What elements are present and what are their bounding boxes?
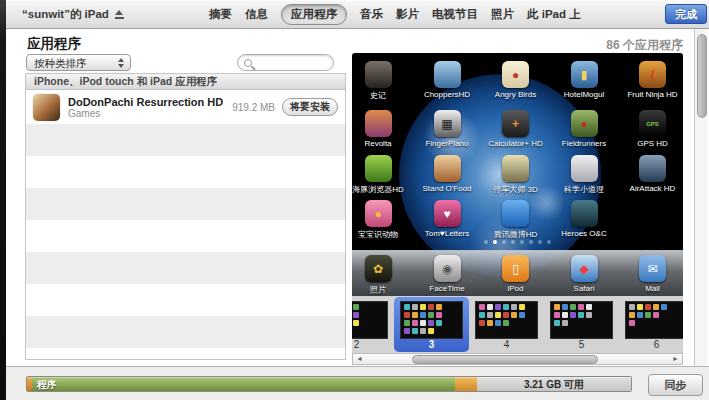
tab-摘要[interactable]: 摘要 xyxy=(209,7,232,22)
airattack-hd-icon xyxy=(639,155,666,182)
thumb-app-dot xyxy=(412,304,418,310)
app-name: DoDonPachi Resurrection HD xyxy=(68,96,223,108)
search-field[interactable] xyxy=(237,54,334,71)
app-revolta[interactable]: Revolta xyxy=(352,110,408,148)
thumb-app-dot xyxy=(404,320,410,326)
app-heroes-oc[interactable]: Heroes O&C xyxy=(554,200,614,238)
app-dolphin-browser-hd[interactable]: 海豚浏览器HD xyxy=(352,155,408,195)
app-fruit-ninja-hd[interactable]: /Fruit Ninja HD xyxy=(623,61,683,99)
app-label: FingerPiano xyxy=(417,139,477,148)
app-label: 停车大师 3D xyxy=(486,184,546,195)
app-label: Heroes O&C xyxy=(554,229,614,238)
thumb-app-dot xyxy=(562,312,568,318)
app-stand-o-food[interactable]: Stand O'Food xyxy=(417,155,477,193)
apps-count-label: 86 个应用程序 xyxy=(606,37,683,54)
app-fingerpiano[interactable]: ▦FingerPiano xyxy=(417,110,477,148)
page-dot xyxy=(529,240,533,244)
page-tile-4[interactable]: 4 xyxy=(469,297,544,352)
thumb-app-dot xyxy=(554,320,560,326)
thumb-app-dot xyxy=(487,304,493,310)
app-gps-hd[interactable]: GPSGPS HD xyxy=(623,110,683,148)
search-input[interactable] xyxy=(256,56,332,71)
tab-电视节目[interactable]: 电视节目 xyxy=(432,7,478,22)
app-angry-birds[interactable]: ●Angry Birds xyxy=(486,61,546,99)
thumb-app-dot xyxy=(570,304,576,310)
scroll-right-icon[interactable]: ► xyxy=(672,354,679,364)
app-tencent-weibo-hd[interactable]: 腾讯微博HD xyxy=(486,200,546,240)
app-label: AirAttack HD xyxy=(623,184,683,193)
app-meta: DoDonPachi Resurrection HD Games xyxy=(68,96,223,119)
app-ipod[interactable]: ▯iPod xyxy=(486,255,546,293)
ipad-screen-preview: 史记ChoppersHD●Angry Birds▮HotelMogul/Frui… xyxy=(352,53,683,296)
app-mail[interactable]: ✉Mail xyxy=(623,255,683,293)
tab-应用程序[interactable]: 应用程序 xyxy=(281,4,347,25)
app-baby-animals[interactable]: ●宝宝识动物 xyxy=(352,200,408,240)
app-list-row[interactable]: DoDonPachi Resurrection HD Games 919.2 M… xyxy=(26,90,345,124)
eject-icon[interactable] xyxy=(115,10,124,20)
page-number: 3 xyxy=(394,339,469,350)
thumb-app-dot xyxy=(428,304,434,310)
thumb-row xyxy=(479,320,537,328)
app-facetime[interactable]: ◉FaceTime xyxy=(417,255,477,293)
pages-horizontal-scrollbar[interactable]: ◄ ► xyxy=(352,353,683,365)
page-tile-6[interactable]: 6 xyxy=(619,297,683,352)
tab-信息[interactable]: 信息 xyxy=(245,7,268,22)
thumb-app-dot xyxy=(586,312,592,318)
page-tile-2[interactable]: 2 xyxy=(352,297,394,352)
thumb-row xyxy=(404,304,462,312)
list-empty-row xyxy=(26,124,345,156)
page-dot xyxy=(511,240,515,244)
page-dot xyxy=(538,240,542,244)
page-thumbnail xyxy=(475,301,538,339)
capacity-segment-free: 3.21 GB 可用 xyxy=(477,377,631,391)
app-label: Revolta xyxy=(352,139,408,148)
list-empty-row xyxy=(26,284,345,316)
sort-dropdown[interactable]: 按种类排序 xyxy=(26,54,131,71)
page-thumbnail xyxy=(625,301,683,339)
list-empty-row xyxy=(26,316,345,348)
thumb-app-dot xyxy=(420,320,426,326)
thumb-app-dot xyxy=(661,304,667,310)
app-choppers-hd[interactable]: ChoppersHD xyxy=(417,61,477,99)
titlebar: “sunwit”的 iPad 摘要信息应用程序音乐影片电视节目照片此 iPad … xyxy=(6,0,709,29)
pages-strip: 23456 xyxy=(352,296,683,353)
thumb-app-dot xyxy=(412,328,418,334)
sort-dropdown-value: 按种类排序 xyxy=(34,57,87,69)
page-tile-5[interactable]: 5 xyxy=(544,297,619,352)
app-tom-letters[interactable]: ♥Tom♥Letters xyxy=(417,200,477,238)
app-hotel-mogul[interactable]: ▮HotelMogul xyxy=(554,61,614,99)
thumb-app-dot xyxy=(562,320,568,326)
tab-影片[interactable]: 影片 xyxy=(396,7,419,22)
safari-icon: ◆ xyxy=(571,255,598,282)
tab-照片[interactable]: 照片 xyxy=(491,7,514,22)
page-dot xyxy=(520,240,524,244)
thumb-app-dot xyxy=(645,304,651,310)
install-state-button[interactable]: 将要安装 xyxy=(282,98,338,116)
app-label: 宝宝识动物 xyxy=(352,229,408,240)
app-calculator-hd[interactable]: +Calculator+ HD xyxy=(486,110,546,148)
app-safari[interactable]: ◆Safari xyxy=(554,255,614,293)
app-airattack-hd[interactable]: AirAttack HD xyxy=(623,155,683,193)
thumb-app-dot xyxy=(428,328,434,334)
page-title: 应用程序 xyxy=(27,35,81,53)
app-science-tips[interactable]: 科学小道理 xyxy=(554,155,614,195)
done-button[interactable]: 完成 xyxy=(665,4,707,24)
app-label: Calculator+ HD xyxy=(486,139,546,148)
stand-o-food-icon xyxy=(434,155,461,182)
vertical-scrollbar[interactable] xyxy=(694,29,707,366)
horizontal-scrollbar-thumb[interactable] xyxy=(412,355,598,364)
thumb-row xyxy=(629,312,683,320)
app-photos[interactable]: ✿照片 xyxy=(352,255,408,295)
sync-button[interactable]: 同步 xyxy=(648,374,703,396)
tab-音乐[interactable]: 音乐 xyxy=(360,7,383,22)
page-tile-3[interactable]: 3 xyxy=(394,297,469,352)
photos-icon: ✿ xyxy=(365,255,392,282)
vertical-scrollbar-thumb[interactable] xyxy=(697,34,707,118)
app-parking-master-3d[interactable]: 停车大师 3D xyxy=(486,155,546,195)
thumb-row xyxy=(404,320,462,328)
tab-此 iPad 上[interactable]: 此 iPad 上 xyxy=(527,7,581,22)
app-fieldrunners[interactable]: ●Fieldrunners xyxy=(554,110,614,148)
scroll-left-icon[interactable]: ◄ xyxy=(356,354,363,364)
app-shiji[interactable]: 史记 xyxy=(352,61,408,101)
thumb-row xyxy=(352,320,387,328)
